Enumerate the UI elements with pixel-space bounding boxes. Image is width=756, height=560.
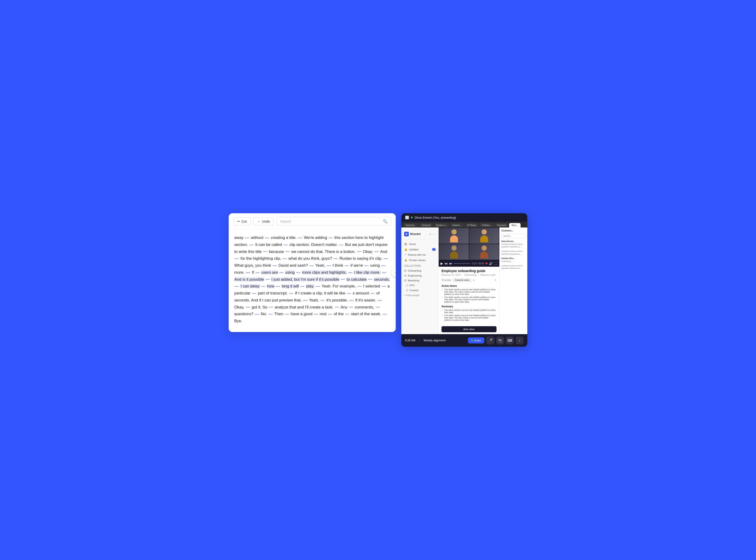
progress-fill — [454, 263, 455, 264]
sidebar-item-library[interactable]: 🔒 Private Library — [401, 257, 438, 263]
vid-cell-1 — [439, 228, 469, 244]
browser-tab-6[interactable]: Collobo... — [479, 223, 494, 227]
comment-2-text: Contrary to piece of cla to populati b c… — [501, 250, 525, 255]
person-4 — [469, 244, 499, 260]
doc-settings-icon[interactable]: ⚙ — [494, 279, 497, 281]
nav-library-label: Private Library — [409, 259, 425, 262]
video-card-header: ⬜ Dima Eremin (You, presenting) — [401, 213, 527, 222]
collections-label: Collections — [401, 263, 438, 268]
browser-tab-7[interactable]: Payment — [495, 223, 509, 227]
search-icon: 🔍 — [383, 219, 387, 223]
chevron-right-icon[interactable]: › — [435, 233, 436, 236]
search-bar[interactable]: 🔍 — [277, 217, 391, 226]
comments-header: Commen... — [501, 229, 525, 232]
collection-onboarding-label: Onboarding — [408, 269, 421, 272]
summary-item-1: The client needs a secure and reliable p… — [441, 309, 497, 314]
collection-engineering[interactable]: ◎ Engineering — [401, 273, 438, 278]
nav-home-label: Home — [409, 243, 416, 245]
browser-tab-4[interactable]: Exterio... — [450, 223, 464, 227]
camera-button[interactable]: 📷 — [496, 337, 504, 344]
undo-button[interactable]: ← Undo — [253, 218, 274, 225]
comment-4-text: Contrary to piece of cla to populati b c… — [501, 264, 525, 269]
collection-ppc[interactable]: ◻ PPC — [401, 283, 438, 288]
collection-ppc-label: PPC — [410, 284, 415, 287]
toolbar: ✂ Cut ← Undo 🔍 — [229, 213, 396, 229]
cut-label: Cut — [241, 220, 247, 223]
add-people-row[interactable]: + Invite people — [401, 293, 438, 298]
doc-template-row: Template: General notes ▾ ⚙ — [441, 278, 497, 282]
presenting-indicator — [411, 217, 413, 218]
doc-date: February 10, 2023 — [441, 274, 461, 276]
comment-1: Dima Eremi... Contrary to piece of cla t… — [501, 240, 525, 248]
library-icon: 🔒 — [404, 259, 407, 262]
sidebar-item-updates[interactable]: 🔔 Updates 3 — [401, 247, 438, 252]
browser-tab-1[interactable]: Summar... — [403, 223, 419, 227]
shared-icon: ↗ — [404, 253, 406, 256]
undo-icon: ← — [257, 220, 261, 223]
cut-icon: ✂ — [237, 220, 240, 223]
collection-icon: ◎ — [404, 269, 406, 272]
comment-1-text: Contrary to piece of cla to populati b c… — [501, 243, 525, 248]
fullscreen-button[interactable]: ⛶ — [494, 262, 497, 265]
meeting-time: 9:26 AM — [405, 339, 415, 342]
comment-2: Contrary to piece of cla to populati b c… — [501, 250, 525, 255]
bottom-divider: | — [419, 339, 420, 342]
nav-shared-label: Shared with me — [408, 254, 425, 256]
collection-icon-4: ◻ — [406, 284, 408, 287]
updates-icon: 🔔 — [404, 248, 407, 251]
app-sidebar: B Bluedot ✕ ‹ › 🏠 Home 🔔 Updates 3 — [401, 227, 439, 334]
doc-title: Employee onboarding guide — [441, 269, 497, 273]
home-icon: 🏠 — [404, 242, 407, 245]
rewind-button[interactable]: ⏮ — [444, 262, 448, 265]
collection-icon-5: ◻ — [406, 288, 408, 292]
person-1 — [439, 228, 469, 244]
browser-tab-active[interactable]: Blue... — [509, 223, 520, 227]
collection-engineering-label: Engineering — [408, 274, 422, 277]
collection-icon-3: ◎ — [404, 279, 406, 282]
collection-content[interactable]: ◻ Content — [401, 288, 438, 293]
chevron-left-icon[interactable]: ‹ — [433, 233, 433, 236]
record-indicator — [485, 262, 488, 264]
forward-button[interactable]: ⏭ — [449, 262, 453, 265]
comments-sidebar: Commen... Dima Eremi... Contrary to piec… — [499, 227, 527, 334]
sidebar-item-home[interactable]: 🏠 Home — [401, 241, 438, 247]
left-panel: ✂ Cut ← Undo 🔍 away •••• without •••• cr… — [229, 213, 396, 332]
summary-title: Summary — [441, 305, 497, 308]
add-video-button[interactable]: Add video — [441, 326, 497, 332]
add-people-label: + Invite people — [404, 294, 419, 297]
app-logo-row: B Bluedot ✕ ‹ › — [401, 230, 438, 239]
comments-search[interactable] — [501, 234, 525, 238]
play-button[interactable]: ▶ — [440, 262, 443, 265]
more-button[interactable]: › — [516, 337, 523, 344]
action-item-1: The client needs a secure and reliable p… — [441, 288, 497, 295]
app-window: B Bluedot ✕ ‹ › 🏠 Home 🔔 Updates 3 — [401, 227, 527, 334]
template-label: Template: — [441, 279, 452, 281]
progress-bar[interactable] — [454, 263, 471, 264]
mic-button[interactable]: 🎤 — [486, 337, 494, 344]
collection-icon-2: ◎ — [404, 274, 406, 277]
video-grid — [439, 227, 499, 260]
browser-tab-3[interactable]: Screen s... — [434, 223, 450, 227]
template-chevron: ▾ — [473, 279, 474, 281]
comment-3: Ruslan Kha... Contrary to... — [501, 257, 525, 262]
person-2 — [469, 228, 499, 244]
search-input[interactable] — [280, 219, 381, 223]
close-icon[interactable]: ✕ — [429, 233, 431, 236]
transcript-text: away •••• without •••• creating a title.… — [234, 236, 390, 323]
browser-tab-5[interactable]: LP Bluec — [465, 223, 479, 227]
bottom-actions: Active 🎤 📷 ⌨ › — [468, 337, 523, 344]
vid-cell-2 — [469, 228, 499, 244]
sidebar-item-shared[interactable]: ↗ Shared with me — [401, 252, 438, 257]
volume-button[interactable]: 🔊 — [489, 262, 493, 265]
cut-button[interactable]: ✂ Cut — [233, 218, 251, 225]
app-container: ✂ Cut ← Undo 🔍 away •••• without •••• cr… — [229, 213, 527, 347]
active-dot — [471, 340, 473, 341]
presenter-name: Dima Eremin (You, presenting) — [415, 216, 456, 219]
keyboard-button[interactable]: ⌨ — [506, 337, 514, 344]
collection-onboarding[interactable]: ◎ Onboarding — [401, 268, 438, 273]
active-status-button[interactable]: Active — [468, 337, 484, 343]
collection-marketing[interactable]: ◎ Marketing — [401, 278, 438, 283]
vid-cell-4 — [469, 244, 499, 260]
browser-tab-2[interactable]: Onboard — [419, 223, 433, 227]
browser-tabs: Summar... Onboard Screen s... Exterio...… — [401, 222, 527, 227]
